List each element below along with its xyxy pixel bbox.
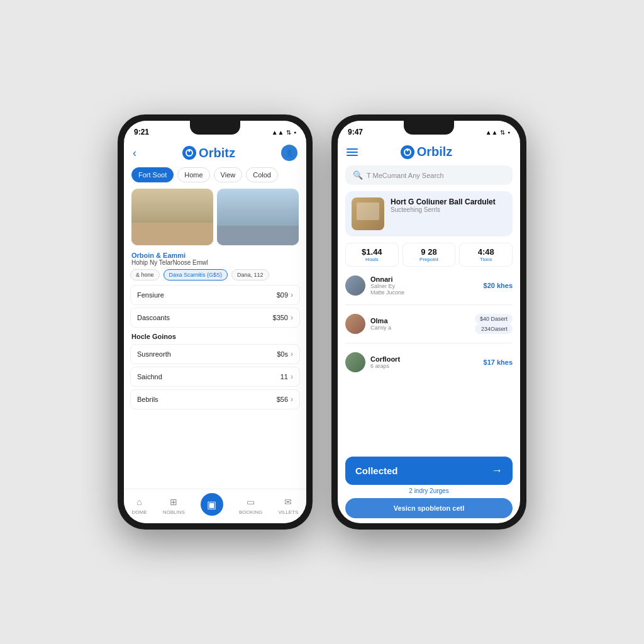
person-name-1: Olma bbox=[370, 317, 470, 325]
list-right-1: $350 › bbox=[273, 313, 293, 322]
tag-0[interactable]: & hone bbox=[130, 269, 160, 280]
status-icons-left: ▲▲⇅▪ bbox=[272, 129, 296, 136]
person-details-1: Olma Camiy a bbox=[370, 317, 470, 331]
person-price-0: $20 khes bbox=[484, 282, 513, 289]
person-right-1: $40 Dasert 234Oasert bbox=[475, 314, 513, 334]
stat-value-0: $1.44 bbox=[348, 247, 396, 257]
filter-tab-3[interactable]: Colod bbox=[246, 167, 278, 182]
stat-box-2: 4:48 Tions bbox=[459, 243, 513, 267]
search-bar[interactable]: 🔍 T MeCumant Any Search bbox=[345, 165, 513, 185]
header-avatar-left[interactable]: 👤 bbox=[281, 145, 297, 161]
list-item-3[interactable]: Saichnd 11 › bbox=[130, 367, 300, 387]
list-label-3: Saichnd bbox=[137, 373, 162, 380]
property-image-1[interactable] bbox=[131, 189, 213, 245]
list-price-4: $56 bbox=[277, 396, 288, 403]
list-item-4[interactable]: Bebrils $56 › bbox=[130, 389, 300, 409]
logo-text-left: Orbitz bbox=[199, 146, 235, 160]
list-item-2[interactable]: Susnreorth $0s › bbox=[130, 344, 300, 364]
person-avatar-1 bbox=[345, 314, 365, 334]
list-price-2: $0s bbox=[277, 350, 288, 358]
list-label-1: Dascoants bbox=[137, 314, 170, 321]
filter-tab-1[interactable]: Home bbox=[177, 167, 209, 182]
hotel-thumbnail bbox=[352, 197, 384, 230]
time-right: 9:47 bbox=[348, 128, 363, 136]
person-sub1-1: Camiy a bbox=[370, 325, 470, 331]
list-right-3: 11 › bbox=[280, 372, 293, 381]
app-header-right: Orbilz bbox=[338, 141, 520, 163]
search-icon: 🔍 bbox=[353, 170, 363, 180]
person-sub1-0: Salner Ey bbox=[370, 283, 479, 289]
logo-icon-left bbox=[182, 146, 196, 160]
hamburger-line-2 bbox=[347, 152, 358, 153]
divider-1 bbox=[345, 343, 513, 343]
nav-center[interactable]: ▣ bbox=[201, 493, 223, 517]
stat-value-1: 9 28 bbox=[406, 247, 453, 257]
collected-arrow: → bbox=[491, 464, 502, 477]
filter-tab-2[interactable]: View bbox=[214, 167, 243, 182]
person-row-0[interactable]: Onnari Salner Ey Matte Jucone $20 khes bbox=[345, 272, 513, 299]
chevron-0: › bbox=[291, 291, 293, 299]
scene: 9:21 ▲▲⇅▪ ‹ Orbitz 👤 bbox=[0, 0, 644, 644]
divider-0 bbox=[345, 304, 513, 305]
hamburger-line-3 bbox=[347, 155, 358, 156]
chevron-1: › bbox=[291, 313, 293, 322]
hotel-status: Sucteehing Serrls bbox=[391, 206, 506, 213]
logo-icon-right bbox=[401, 145, 414, 159]
tag-2[interactable]: Dana, 112 bbox=[231, 269, 269, 280]
person-right-0: $20 khes bbox=[484, 282, 513, 289]
person-name-0: Onnari bbox=[370, 275, 479, 283]
collected-button[interactable]: Collected → bbox=[345, 457, 513, 485]
status-icons-right: ▲▲⇅▪ bbox=[486, 129, 510, 136]
nav-noblins[interactable]: ⊞ NOBLINS bbox=[163, 496, 185, 515]
hamburger-line-1 bbox=[347, 148, 358, 150]
back-button[interactable]: ‹ bbox=[133, 147, 136, 160]
tag-1[interactable]: Daxa Scarnitis (G$S) bbox=[164, 269, 228, 280]
filter-tabs: Fort Soot Home View Colod bbox=[124, 165, 306, 185]
person-avatar-0 bbox=[345, 275, 365, 296]
nav-villets[interactable]: ✉ VILLETS bbox=[278, 496, 298, 515]
phone-right: 9:47 ▲▲⇅▪ bbox=[331, 114, 526, 530]
notch-left bbox=[190, 121, 240, 135]
list-item-1[interactable]: Dascoants $350 › bbox=[130, 308, 300, 328]
nav-dome[interactable]: ⌂ DOME bbox=[132, 496, 147, 515]
center-icon: ▣ bbox=[201, 493, 223, 516]
person-row-1[interactable]: Olma Camiy a $40 Dasert 234Oasert bbox=[345, 310, 513, 338]
person-name-2: Corfloort bbox=[370, 355, 479, 363]
hotel-card[interactable]: Hort G Coliuner Ball Cardulet Sucteehing… bbox=[345, 191, 513, 236]
search-placeholder: T MeCumant Any Search bbox=[367, 172, 444, 179]
nav-label-villets: VILLETS bbox=[278, 509, 298, 515]
list-label-2: Susnreorth bbox=[137, 350, 171, 358]
filter-tab-0[interactable]: Fort Soot bbox=[131, 167, 174, 182]
hamburger-menu[interactable] bbox=[347, 148, 358, 156]
phone-left-content: ‹ Orbitz 👤 Fort Soot Home View Colod bbox=[124, 141, 306, 523]
chevron-4: › bbox=[291, 395, 293, 404]
logo-text-right: Orbilz bbox=[417, 145, 453, 159]
app-header-left: ‹ Orbitz 👤 bbox=[124, 141, 306, 165]
person-row-2[interactable]: Corfloort 6 araps $17 khes bbox=[345, 348, 513, 376]
phone-left: 9:21 ▲▲⇅▪ ‹ Orbitz 👤 bbox=[118, 114, 313, 530]
property-caption: Orboin & Eammi Hohip Ny TelarNoose Emwl bbox=[124, 249, 306, 267]
person-price-2: $17 khes bbox=[484, 358, 513, 366]
app-logo-left: Orbitz bbox=[182, 146, 235, 160]
property-sub-1: Hohip Ny TelarNoose Emwl bbox=[131, 259, 299, 266]
nav-booking[interactable]: ▭ BOOKING bbox=[239, 496, 262, 515]
person-avatar-2 bbox=[345, 352, 365, 372]
list-price-0: $09 bbox=[277, 291, 288, 299]
property-image-2[interactable] bbox=[217, 189, 299, 245]
hotel-info: Hort G Coliuner Ball Cardulet Sucteehing… bbox=[391, 197, 506, 230]
list-right-4: $56 › bbox=[277, 395, 293, 404]
status-bar-left: 9:21 ▲▲⇅▪ bbox=[124, 121, 306, 141]
villets-icon: ✉ bbox=[282, 496, 294, 508]
bottom-nav-left: ⌂ DOME ⊞ NOBLINS ▣ ▭ BOOKING bbox=[124, 489, 306, 523]
list-price-3: 11 bbox=[280, 373, 288, 380]
person-details-2: Corfloort 6 araps bbox=[370, 355, 479, 369]
list-section: Fensiure $09 › Dascoants $350 › Hocl bbox=[124, 282, 306, 489]
list-item-0[interactable]: Fensiure $09 › bbox=[130, 285, 300, 305]
hotel-name: Hort G Coliuner Ball Cardulet bbox=[391, 197, 506, 206]
stat-box-1: 9 28 Prepoint bbox=[402, 243, 456, 267]
notch-right bbox=[404, 121, 454, 135]
stats-row: $1.44 Houls 9 28 Prepoint 4:48 Tions bbox=[338, 240, 520, 269]
secondary-button[interactable]: Vesicn spobleton cetl bbox=[345, 498, 513, 518]
chevron-3: › bbox=[291, 372, 293, 381]
property-title-1: Orboin & Eammi bbox=[131, 252, 299, 259]
